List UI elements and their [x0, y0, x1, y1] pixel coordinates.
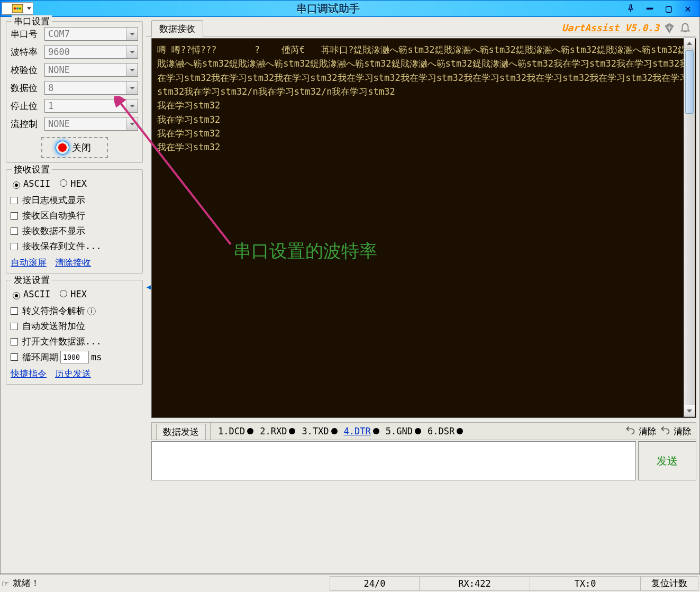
port-label: 串口号	[11, 28, 44, 40]
clear-send1[interactable]: 清除	[639, 425, 657, 438]
scroll-down-icon[interactable]	[684, 405, 695, 416]
recv-tab[interactable]: 数据接收	[151, 20, 203, 37]
console-scrollbar[interactable]	[684, 37, 695, 417]
signal-6dsr[interactable]: 6.DSR	[428, 426, 463, 436]
send-button[interactable]: 发送	[638, 441, 696, 480]
console-output[interactable]: 噂 噂??愽??? ? 偅芮€ 苒咔口?鍉戝潒瀜へ簕stm32鍉戝潒瀜へ簕stm…	[151, 38, 696, 418]
signal-3txd[interactable]: 3.TXD	[302, 426, 337, 436]
hide-recv-check[interactable]: 接收数据不显示	[11, 225, 138, 237]
stop-bits-label: 停止位	[11, 100, 44, 112]
scroll-thumb[interactable]	[685, 50, 694, 114]
maximize-button[interactable]: ▢	[659, 2, 678, 15]
clear-send2[interactable]: 清除	[674, 425, 692, 438]
cycle-check[interactable]: 循环周期 ms	[11, 351, 138, 363]
signal-5gnd[interactable]: 5.GND	[386, 426, 421, 436]
send-tab[interactable]: 数据发送	[156, 424, 206, 440]
titlebar-menu-icon[interactable]	[2, 2, 33, 15]
flow-select[interactable]: NONE	[44, 117, 138, 131]
status-ready: 就绪！	[13, 577, 40, 589]
save-file-check[interactable]: 接收保存到文件...	[11, 240, 138, 252]
info-icon[interactable]: i	[87, 307, 96, 315]
left-panel: 串口设置 串口号COM7 波特率9600 校验位NONE 数据位8 停止位1 流…	[1, 17, 146, 573]
cycle-input[interactable]	[60, 351, 89, 363]
hand-icon: ☞	[2, 577, 8, 590]
svg-point-3	[19, 7, 21, 10]
tab-header: 数据接收 UartAssist V5.0.3	[146, 20, 696, 37]
bell-icon[interactable]	[679, 22, 691, 36]
statusbar: ☞ 就绪！ 24/0 RX:422 TX:0 复位计数	[0, 574, 700, 592]
send-ascii-radio[interactable]: ASCII	[13, 289, 50, 299]
port-settings-legend: 串口设置	[12, 15, 52, 28]
auto-extra-check[interactable]: 自动发送附加位	[11, 320, 138, 332]
escape-check[interactable]: 转义符指令解析i	[11, 305, 138, 317]
data-bits-select[interactable]: 8	[44, 81, 138, 95]
brand-label[interactable]: UartAssist V5.0.3	[562, 22, 659, 33]
open-file-check[interactable]: 打开文件数据源...	[11, 335, 138, 348]
send-textarea[interactable]	[151, 441, 636, 480]
clear-recv-link[interactable]: 清除接收	[55, 257, 91, 269]
flow-label: 流控制	[11, 118, 44, 130]
status-pos: 24/0	[330, 576, 420, 591]
svg-point-1	[14, 7, 16, 10]
undo-icon-2[interactable]	[660, 425, 670, 438]
undo-icon[interactable]	[625, 425, 635, 438]
port-select[interactable]: COM7	[44, 27, 138, 41]
diamond-icon[interactable]	[663, 22, 675, 36]
status-tx: TX:0	[530, 576, 641, 591]
close-window-button[interactable]: ✕	[678, 2, 697, 15]
recv-settings-group: 接收设置 ASCII HEX 按日志模式显示 接收区自动换行 接收数据不显示 接…	[6, 169, 143, 274]
signal-1dcd[interactable]: 1.DCD	[218, 426, 253, 436]
port-settings-group: 串口设置 串口号COM7 波特率9600 校验位NONE 数据位8 停止位1 流…	[6, 21, 143, 163]
autoscroll-link[interactable]: 自动滚屏	[11, 257, 47, 269]
signal-4dtr[interactable]: 4.DTR	[344, 426, 379, 436]
right-panel: 数据接收 UartAssist V5.0.3 噂 噂??愽??? ? 偅芮€ 苒…	[146, 17, 699, 573]
signal-2rxd[interactable]: 2.RXD	[260, 426, 295, 436]
recv-hex-radio[interactable]: HEX	[60, 178, 87, 189]
pin-icon[interactable]	[621, 2, 640, 15]
reset-count-button[interactable]: 复位计数	[640, 576, 698, 591]
parity-label: 校验位	[11, 64, 44, 76]
record-icon	[58, 143, 67, 152]
send-header: 数据发送 1.DCD2.RXD3.TXD4.DTR5.GND6.DSR 清除 清…	[151, 422, 696, 440]
baud-label: 波特率	[11, 46, 44, 58]
recv-ascii-radio[interactable]: ASCII	[13, 178, 50, 189]
shortcut-link[interactable]: 快捷指令	[11, 368, 47, 380]
titlebar: 串口调试助手 ━ ▢ ✕	[0, 0, 700, 17]
send-settings-legend: 发送设置	[12, 274, 52, 286]
send-hex-radio[interactable]: HEX	[60, 289, 87, 299]
log-mode-check[interactable]: 按日志模式显示	[11, 194, 138, 206]
status-rx: RX:422	[419, 576, 530, 591]
close-port-button[interactable]: 关闭	[41, 137, 108, 158]
parity-select[interactable]: NONE	[44, 63, 138, 77]
scroll-up-icon[interactable]	[684, 38, 695, 49]
stop-bits-select[interactable]: 1	[44, 99, 138, 113]
svg-point-2	[16, 7, 19, 10]
baud-select[interactable]: 9600	[44, 45, 138, 59]
auto-wrap-check[interactable]: 接收区自动换行	[11, 210, 138, 222]
window-title: 串口调试助手	[34, 2, 621, 16]
history-link[interactable]: 历史发送	[55, 368, 91, 380]
recv-settings-legend: 接收设置	[12, 163, 52, 176]
minimize-button[interactable]: ━	[640, 2, 659, 15]
data-bits-label: 数据位	[11, 82, 44, 94]
send-settings-group: 发送设置 ASCII HEX 转义符指令解析i 自动发送附加位 打开文件数据源.…	[6, 280, 143, 385]
